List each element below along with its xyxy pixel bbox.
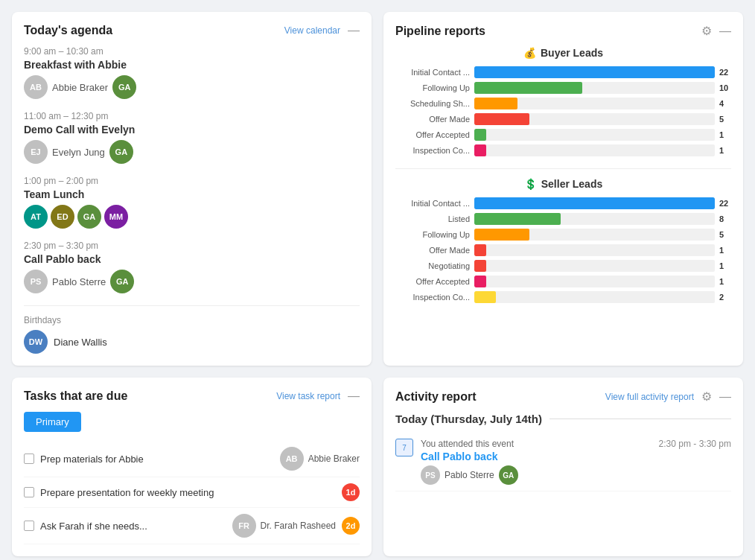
bar-value: 10 bbox=[719, 83, 731, 92]
bar-value: 4 bbox=[719, 99, 731, 108]
activity-event-1: 7 You attended this event 2:30 pm - 3:30… bbox=[395, 433, 731, 491]
bar-row: Initial Contact ... 22 bbox=[395, 197, 731, 209]
activity-header: Activity report View full activity repor… bbox=[395, 389, 731, 404]
bar-label: Listed bbox=[395, 214, 470, 223]
bar-track bbox=[474, 66, 715, 78]
seller-leads-icon: 💲 bbox=[524, 178, 537, 190]
bar-track bbox=[474, 144, 715, 156]
activity-event-link[interactable]: Call Pablo back bbox=[421, 451, 497, 462]
activity-settings-icon[interactable]: ⚙ bbox=[701, 389, 712, 404]
seller-leads-section: 💲 Seller Leads Initial Contact ... 22 Li… bbox=[395, 178, 731, 303]
assignee-avatar: FR bbox=[232, 514, 256, 538]
bar-value: 8 bbox=[719, 214, 731, 223]
bar-row: Scheduling Sh... 4 bbox=[395, 98, 731, 109]
attendee-name: Pablo Sterre bbox=[52, 276, 106, 287]
activity-time: 2:30 pm - 3:30 pm bbox=[659, 439, 731, 449]
bar-row: Following Up 10 bbox=[395, 82, 731, 94]
birthday-item: DW Diane Wallis bbox=[24, 330, 360, 354]
bar-value: 5 bbox=[719, 115, 731, 124]
activity-attendees: PS Pablo Sterre GA bbox=[421, 465, 731, 485]
task-checkbox[interactable] bbox=[24, 487, 34, 497]
task-text: Prep materials for Abbie bbox=[40, 454, 274, 465]
bar-track bbox=[474, 229, 715, 241]
task-text: Ask Farah if she needs... bbox=[40, 521, 226, 532]
seller-leads-title: 💲 Seller Leads bbox=[395, 178, 731, 190]
bar-row: Offer Made 1 bbox=[395, 244, 731, 256]
pipeline-settings-icon[interactable]: ⚙ bbox=[701, 24, 712, 38]
event-3-time: 1:00 pm – 2:00 pm bbox=[24, 176, 360, 186]
event-2-time: 11:00 am – 12:30 pm bbox=[24, 111, 360, 121]
pipeline-header: Pipeline reports ⚙ — bbox=[395, 24, 731, 38]
assignee-name: Abbie Braker bbox=[308, 454, 360, 464]
activity-report-card: Activity report View full activity repor… bbox=[383, 378, 743, 556]
avatar: GA bbox=[77, 205, 101, 229]
bar-label: Scheduling Sh... bbox=[395, 99, 470, 108]
birthdays-section: Birthdays DW Diane Wallis bbox=[24, 305, 360, 354]
task-checkbox[interactable] bbox=[24, 521, 34, 531]
bar-label: Offer Accepted bbox=[395, 130, 470, 139]
bar-track bbox=[474, 260, 715, 272]
task-checkbox[interactable] bbox=[24, 454, 34, 464]
activity-title: Activity report bbox=[395, 390, 476, 404]
bar-row: Offer Accepted 1 bbox=[395, 129, 731, 141]
bar-value: 5 bbox=[719, 230, 731, 239]
bar-label: Negotiating bbox=[395, 261, 470, 270]
bar-value: 1 bbox=[719, 146, 731, 155]
pipeline-title: Pipeline reports bbox=[395, 25, 485, 38]
event-4-attendees: PS Pablo Sterre GA bbox=[24, 270, 360, 293]
bar-row: Offer Accepted 1 bbox=[395, 276, 731, 287]
activity-actions: View full activity report ⚙ — bbox=[605, 389, 731, 404]
event-3-attendees: AT ED GA MM bbox=[24, 205, 360, 229]
agenda-minimize-icon[interactable]: — bbox=[348, 24, 360, 37]
avatar: GA bbox=[109, 140, 133, 164]
pipeline-minimize-icon[interactable]: — bbox=[719, 25, 731, 38]
event-1-time: 9:00 am – 10:30 am bbox=[24, 46, 360, 57]
agenda-actions: View calendar — bbox=[284, 24, 360, 37]
activity-date: Today (Thursday, July 14th) bbox=[395, 413, 542, 425]
bar-value: 1 bbox=[719, 277, 731, 286]
attendee-name: Evelyn Jung bbox=[52, 147, 105, 158]
tasks-tabs: Primary bbox=[24, 412, 360, 432]
activity-content: You attended this event 2:30 pm - 3:30 p… bbox=[421, 439, 731, 485]
avatar: GA bbox=[112, 75, 136, 99]
bar-row: Listed 8 bbox=[395, 213, 731, 225]
buyer-leads-section: 💰 Buyer Leads Initial Contact ... 22 Fol… bbox=[395, 47, 731, 156]
birthday-name: Diane Wallis bbox=[54, 337, 107, 348]
avatar: EJ bbox=[24, 140, 48, 164]
bar-row: Initial Contact ... 22 bbox=[395, 66, 731, 78]
avatar: MM bbox=[104, 205, 128, 229]
bar-row: Offer Made 5 bbox=[395, 113, 731, 125]
calendar-icon: 7 bbox=[395, 439, 413, 456]
task-due-badge: 1d bbox=[342, 483, 360, 501]
agenda-event-1: 9:00 am – 10:30 am Breakfast with Abbie … bbox=[24, 46, 360, 99]
activity-date-row: Today (Thursday, July 14th) bbox=[395, 413, 731, 425]
bar-label: Offer Made bbox=[395, 246, 470, 255]
task-item-2: Prepare presentation for weekly meeting … bbox=[24, 477, 360, 508]
bar-track bbox=[474, 291, 715, 303]
tasks-minimize-icon[interactable]: — bbox=[348, 389, 360, 403]
bar-value: 1 bbox=[719, 246, 731, 255]
bar-track bbox=[474, 129, 715, 141]
agenda-header: Today's agenda View calendar — bbox=[24, 24, 360, 37]
bar-track bbox=[474, 98, 715, 109]
buyer-leads-title: 💰 Buyer Leads bbox=[395, 47, 731, 59]
assignee-name: Dr. Farah Rasheed bbox=[261, 521, 336, 531]
bar-track bbox=[474, 197, 715, 209]
view-calendar-link[interactable]: View calendar bbox=[284, 25, 340, 36]
attendee-name: Pablo Sterre bbox=[445, 470, 494, 480]
bar-row: Negotiating 1 bbox=[395, 260, 731, 272]
view-task-report-link[interactable]: View task report bbox=[276, 391, 340, 401]
avatar: GA bbox=[110, 270, 134, 293]
bar-track bbox=[474, 82, 715, 94]
bar-value: 1 bbox=[719, 130, 731, 139]
agenda-title: Today's agenda bbox=[24, 24, 112, 37]
tasks-due-card: Tasks that are due View task report — Pr… bbox=[12, 378, 372, 556]
assignee-avatar: AB bbox=[280, 447, 304, 471]
activity-minimize-icon[interactable]: — bbox=[719, 390, 731, 404]
activity-icon-col: 7 bbox=[395, 439, 413, 485]
attendee-avatar: PS bbox=[421, 465, 440, 485]
event-4-title: Call Pablo back bbox=[24, 253, 360, 265]
bar-label: Initial Contact ... bbox=[395, 68, 470, 77]
view-activity-link[interactable]: View full activity report bbox=[605, 392, 694, 402]
tab-primary[interactable]: Primary bbox=[24, 412, 81, 432]
